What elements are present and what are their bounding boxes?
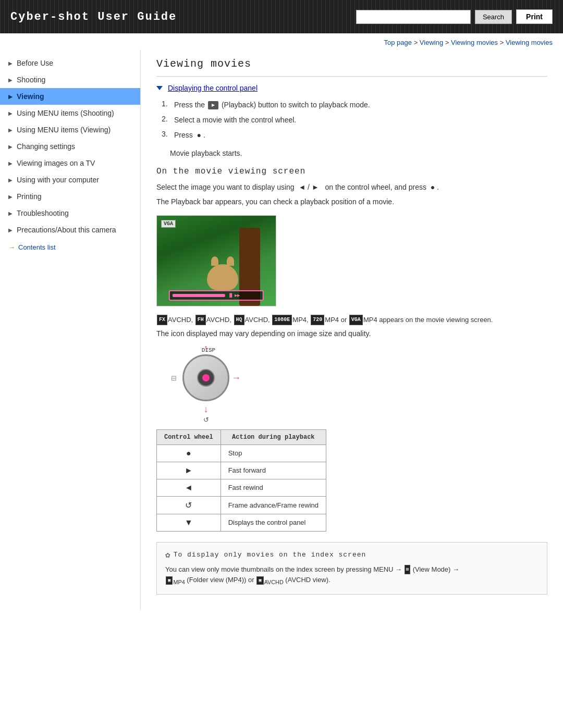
arrow-icon: ▶: [8, 194, 13, 200]
tip-icon: ✿: [165, 550, 170, 560]
hq-badge: HQ: [234, 315, 244, 325]
movie-preview-image: VGA ▐▌ ▶▶: [156, 215, 276, 306]
avchd-icon: ▣: [256, 576, 263, 585]
wheel-arrow-down: ↓: [204, 404, 209, 415]
sidebar-item-printing[interactable]: ▶ Printing: [0, 188, 140, 205]
contents-list-label: Contents list: [18, 243, 56, 251]
sidebar-item-shooting[interactable]: ▶ Shooting: [0, 71, 140, 88]
step-num-2: 2.: [162, 115, 171, 123]
format-note: The icon displayed may vary depending on…: [156, 328, 547, 339]
table-cell-symbol: ►: [157, 462, 221, 479]
control-wheel-diagram: DISP ↑ ↓ ⊟ → ↺: [172, 347, 240, 420]
sidebar-item-menu-shooting[interactable]: ▶ Using MENU items (Shooting): [0, 105, 140, 121]
sidebar-label: Using MENU items (Viewing): [17, 126, 111, 134]
table-cell-action: Stop: [221, 445, 326, 462]
tip-text-2: ▣MP4 (Folder view (MP4)) or ▣AVCHD (AVCH…: [165, 575, 538, 587]
playback-button-icon: [208, 101, 218, 109]
table-cell-symbol: ◄: [157, 479, 221, 496]
sidebar-label: Shooting: [17, 76, 45, 84]
wheel-inner: [197, 369, 215, 387]
sidebar-item-viewing-tv[interactable]: ▶ Viewing images on a TV: [0, 155, 140, 171]
wheel-arrow-up: ↑: [204, 343, 209, 354]
sidebar-item-viewing[interactable]: ▶ Viewing: [0, 88, 140, 105]
sidebar-item-using-computer[interactable]: ▶ Using with your computer: [0, 171, 140, 188]
cat-element: [207, 264, 238, 290]
sidebar-item-before-use[interactable]: ▶ Before Use: [0, 55, 140, 71]
sidebar-item-precautions[interactable]: ▶ Precautions/About this camera: [0, 221, 140, 238]
sidebar-label: Changing settings: [17, 142, 75, 151]
movie-background: VGA ▐▌ ▶▶: [157, 216, 276, 306]
table-row: ◄ Fast rewind: [157, 479, 326, 496]
sidebar: ▶ Before Use ▶ Shooting ▶ Viewing ▶ Usin…: [0, 50, 141, 610]
table-row: ► Fast forward: [157, 462, 326, 479]
playback-bar: ▐▌ ▶▶: [169, 290, 264, 301]
table-row: ● Stop: [157, 445, 326, 462]
vga-badge: VGA: [161, 220, 176, 228]
table-cell-action: Fast forward: [221, 462, 326, 479]
sidebar-label: Troubleshooting: [17, 209, 69, 217]
arrow-icon: ▶: [8, 161, 13, 166]
sidebar-label: Printing: [17, 192, 41, 201]
fh-badge: FH: [195, 315, 206, 325]
control-panel-link[interactable]: Displaying the control panel: [156, 84, 547, 92]
1080e-badge: 1080E: [272, 315, 292, 325]
table-header-col2: Action during playback: [221, 429, 326, 445]
wheel-center-dot: [202, 374, 210, 381]
playbar-progress: [173, 294, 225, 297]
table-cell-symbol: ●: [157, 445, 221, 462]
page-title: Viewing movies: [156, 58, 547, 70]
step-num-3: 3.: [162, 130, 171, 138]
step-2: 2. Select a movie with the control wheel…: [162, 115, 547, 126]
sidebar-item-troubleshooting[interactable]: ▶ Troubleshooting: [0, 205, 140, 221]
sidebar-label: Viewing images on a TV: [17, 159, 95, 167]
wheel-bottom-icon: ↺: [172, 416, 240, 424]
step-3: 3. Press ● .: [162, 130, 547, 141]
header: Cyber-shot User Guide Search Print: [0, 0, 563, 33]
table-cell-action: Frame advance/Frame rewind: [221, 496, 326, 514]
sidebar-label: Using MENU items (Shooting): [17, 109, 114, 117]
sidebar-label: Using with your computer: [17, 176, 99, 184]
print-button[interactable]: Print: [516, 9, 553, 24]
sidebar-item-menu-viewing[interactable]: ▶ Using MENU items (Viewing): [0, 121, 140, 138]
720-badge: 720: [311, 315, 324, 325]
wheel-outer: [182, 354, 229, 401]
table-cell-symbol: ▼: [157, 514, 221, 531]
breadcrumb-toppage[interactable]: Top page: [384, 39, 412, 46]
triangle-down-icon: [156, 86, 163, 90]
wheel-icon-left: ⊟: [171, 374, 177, 381]
breadcrumb-viewing-movies-current[interactable]: Viewing movies: [506, 39, 553, 46]
app-title: Cyber-shot User Guide: [10, 10, 177, 23]
displaying-control-panel-link[interactable]: Displaying the control panel: [168, 84, 258, 92]
breadcrumb: Top page > Viewing > Viewing movies > Vi…: [0, 33, 563, 50]
wheel-arrow-right: →: [231, 372, 241, 383]
format-text: appears on the movie viewing screen.: [379, 316, 493, 324]
disp-label: DISP: [177, 347, 240, 353]
breadcrumb-viewing-movies[interactable]: Viewing movies: [451, 39, 498, 46]
step-text-1: Press the (Playback) button to switch to…: [174, 100, 370, 110]
arrow-icon: ▶: [8, 144, 13, 150]
movie-screen-title: On the movie viewing screen: [156, 167, 547, 176]
search-button[interactable]: Search: [475, 10, 512, 24]
breadcrumb-viewing[interactable]: Viewing: [420, 39, 443, 46]
sidebar-label: Viewing: [17, 92, 44, 101]
search-input[interactable]: [356, 10, 471, 24]
vga-badge2: VGA: [349, 315, 363, 325]
tip-title-text: To display only movies on the index scre…: [174, 551, 366, 559]
arrow-icon: ▶: [8, 110, 13, 116]
sidebar-item-changing-settings[interactable]: ▶ Changing settings: [0, 138, 140, 155]
view-mode-icon: ⊞: [405, 565, 410, 574]
table-cell-action: Fast rewind: [221, 479, 326, 496]
arrow-icon: ▶: [8, 77, 13, 83]
tip-title: ✿ To display only movies on the index sc…: [165, 550, 538, 560]
arrow-icon: ▶: [8, 94, 13, 100]
contents-list-link[interactable]: → Contents list: [0, 238, 140, 256]
main-layout: ▶ Before Use ▶ Shooting ▶ Viewing ▶ Usin…: [0, 50, 563, 610]
mp4-folder-icon: ▣: [166, 576, 173, 585]
step-note: Movie playback starts.: [170, 149, 547, 157]
tip-text: You can view only movie thumbnails on th…: [165, 564, 538, 575]
section-divider: [156, 76, 547, 77]
format-row: FXAVCHD, FHAVCHD, HQAVCHD, 1080EMP4, 720…: [156, 314, 547, 326]
header-controls: Search Print: [356, 9, 553, 24]
arrow-icon: ▶: [8, 60, 13, 66]
arrow-icon: ▶: [8, 127, 13, 133]
